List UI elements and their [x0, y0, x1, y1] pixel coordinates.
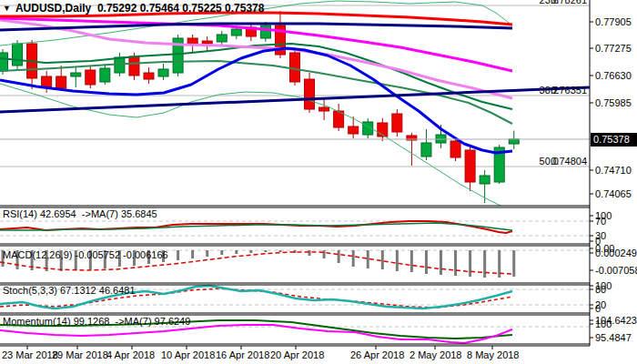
- price-label: 0.75985: [595, 97, 632, 108]
- symbol-dropdown-icon[interactable]: ▼: [3, 4, 11, 13]
- candle-bull: [0, 53, 8, 71]
- candle-bull: [13, 44, 23, 66]
- candle-bear: [202, 41, 212, 44]
- price-label: 0.76630: [595, 70, 632, 81]
- candle-bull: [231, 29, 241, 35]
- candle-bear: [129, 56, 139, 76]
- candle-bull: [421, 143, 431, 157]
- candle-bear: [56, 76, 66, 88]
- fib-price-label: 0.78261: [551, 0, 587, 5]
- current-price-badge: 0.75378: [591, 133, 637, 147]
- date-label: 8 May 2018: [467, 349, 519, 360]
- date-label: 26 Apr 2018: [350, 349, 404, 360]
- candle-bear: [450, 141, 460, 157]
- rsi-axis-label: 70: [595, 216, 606, 227]
- candle-bear: [290, 53, 300, 82]
- candle-bear: [144, 73, 154, 79]
- candle-bear: [305, 79, 315, 109]
- price-axis[interactable]: 0.779050.772750.766300.759850.747100.740…: [590, 16, 637, 343]
- date-axis[interactable]: 23 Mar 201829 Mar 20184 Apr 201810 Apr 2…: [2, 346, 519, 360]
- macd-axis-label: 0.000249: [595, 248, 637, 258]
- momentum-line: [0, 325, 512, 343]
- current-price-value: 0.75378: [593, 134, 630, 145]
- candle-bear: [187, 38, 197, 44]
- date-label: 23 Mar 2018: [2, 349, 58, 360]
- envelope-lower[interactable]: [0, 84, 514, 212]
- date-label: 29 Mar 2018: [52, 349, 108, 360]
- rsi-panel[interactable]: [0, 221, 590, 236]
- candles: [0, 11, 519, 203]
- symbol-ohlc-text: AUDUSD,Daily 0.75292 0.75464 0.75225 0.7…: [15, 2, 265, 15]
- macd-axis-label: -0.007058: [595, 265, 637, 276]
- candle-bull: [100, 68, 110, 82]
- main-price-panel[interactable]: 23.60.7826138.20.7635150.00.74804: [0, 0, 590, 212]
- momentum-axis-label: 100: [595, 318, 612, 329]
- macd-panel[interactable]: [0, 250, 590, 278]
- momentum-axis-label: 95.4847: [595, 332, 632, 343]
- candle-bear: [86, 70, 96, 85]
- candle-bear: [392, 114, 402, 132]
- chart-header: ▼AUDUSD,Daily 0.75292 0.75464 0.75225 0.…: [3, 2, 264, 15]
- fib-price-label: 0.76351: [551, 85, 587, 96]
- price-label: 0.74710: [595, 165, 632, 176]
- price-label: 0.77275: [595, 43, 632, 54]
- stoch-axis-label: 0: [595, 303, 601, 314]
- candle-bear: [42, 76, 52, 87]
- macd-histogram: [3, 250, 514, 278]
- candle-bull: [158, 69, 168, 76]
- date-label: 20 Apr 2018: [270, 349, 324, 360]
- price-label: 0.74065: [595, 188, 632, 199]
- candle-bull: [509, 139, 519, 144]
- date-label: 2 May 2018: [410, 349, 461, 360]
- date-label: 4 Apr 2018: [106, 349, 155, 360]
- chart-canvas[interactable]: 23.60.7826138.20.7635150.00.748040.77905…: [0, 0, 637, 364]
- candle-bear: [465, 150, 475, 182]
- price-label: 0.77905: [595, 16, 632, 27]
- candle-bull: [217, 35, 227, 42]
- date-label: 10 Apr 2018: [161, 349, 215, 360]
- momentum-panel[interactable]: [0, 320, 590, 343]
- stoch-axis-label: 80: [595, 284, 606, 295]
- date-label: 16 Apr 2018: [216, 349, 269, 360]
- stoch-panel[interactable]: [0, 286, 590, 308]
- candle-bull: [260, 25, 270, 38]
- fib-price-label: 0.74804: [551, 156, 587, 167]
- candle-bull: [480, 176, 490, 184]
- candle-bull: [71, 73, 81, 76]
- trading-chart-window: 23.60.7826138.20.7635150.00.748040.77905…: [0, 0, 637, 364]
- candle-bear: [319, 107, 329, 111]
- candle-bear: [349, 126, 359, 134]
